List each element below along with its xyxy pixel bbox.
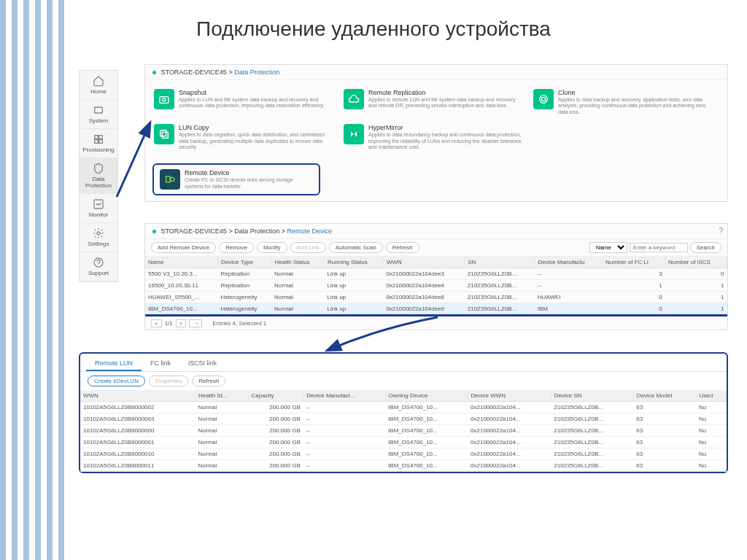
- sidebar-item-provisioning[interactable]: Provisioning: [80, 129, 117, 158]
- svg-point-11: [541, 97, 545, 101]
- card-title: Snapshot: [179, 89, 335, 96]
- table-row[interactable]: 18500_10.20.30.11ReplicationNormalLink u…: [145, 280, 727, 292]
- table-header[interactable]: Number of iSCS: [665, 257, 727, 268]
- sidebar-item-monitor[interactable]: Monitor: [80, 194, 117, 223]
- create-edevlun-button[interactable]: Create eDevLUN: [88, 376, 145, 386]
- pager-go-button[interactable]: →: [189, 319, 202, 327]
- breadcrumb-leaf[interactable]: Remote Device: [287, 228, 332, 235]
- table-header[interactable]: Name: [145, 257, 218, 268]
- remote-device-table: NameDevice TypeHealth StatusRunning Stat…: [145, 257, 727, 316]
- svg-rect-8: [160, 97, 169, 104]
- card-desc: Create FC or iSCSI remote links among st…: [185, 177, 313, 190]
- modify-button[interactable]: Modify: [257, 242, 287, 253]
- svg-rect-12: [160, 131, 166, 136]
- card-snapshot[interactable]: Snapshot Applies to LUN and file system …: [150, 86, 339, 118]
- table-header[interactable]: Device WWN: [468, 390, 551, 402]
- table-cell: Normal: [195, 437, 248, 448]
- breadcrumb-mid[interactable]: Data Protection: [234, 228, 279, 235]
- sidebar-item-support[interactable]: Support: [80, 252, 117, 281]
- pager-prev-button[interactable]: <: [151, 319, 162, 327]
- breadcrumb-root[interactable]: STORAGE-DEVICE45: [161, 228, 227, 235]
- table-row[interactable]: 10102A5G6LLZ0B8000010Normal200.000 GB--I…: [80, 448, 727, 460]
- table-row[interactable]: 10102A5G6LLZ0B8000002Normal200.000 GB--I…: [80, 402, 727, 413]
- table-cell: 63: [633, 402, 696, 413]
- table-cell: 63: [633, 448, 696, 460]
- table-row[interactable]: 10102A5G6LLZ0B8000011Normal200.000 GB--I…: [80, 460, 727, 472]
- table-header[interactable]: Device Manufactu: [535, 257, 603, 268]
- search-button[interactable]: Search: [690, 242, 721, 253]
- table-cell: 3: [603, 268, 665, 280]
- table-row[interactable]: 10102A5G6LLZ0B8000000Normal200.000 GB--I…: [80, 425, 727, 437]
- table-row[interactable]: IBM_DS4700_10...HeterogeneityNormalLink …: [145, 303, 727, 316]
- table-row[interactable]: 10102A5G6LLZ0B8000001Normal200.000 GB--I…: [80, 437, 727, 448]
- help-icon[interactable]: ?: [719, 227, 723, 235]
- tab-fc-link[interactable]: FC link: [142, 357, 179, 371]
- table-cell: IBM_DS4700_10...: [385, 402, 468, 413]
- card-hypermirror[interactable]: HyperMirror Applies to data redundancy b…: [339, 121, 529, 153]
- sidebar-item-data-protection[interactable]: Data Protection: [80, 158, 117, 194]
- sidebar-item-label: Settings: [88, 241, 109, 247]
- feature-cards: Snapshot Applies to LUN and file system …: [145, 80, 727, 159]
- table-cell: Normal: [195, 402, 248, 413]
- table-row[interactable]: HUAWEI_S5500_...HeterogeneityNormalLink …: [145, 292, 727, 303]
- breadcrumb-page[interactable]: Data Protection: [234, 69, 279, 76]
- table-header[interactable]: Capacity: [248, 390, 303, 402]
- table-header[interactable]: Owning Device: [385, 390, 468, 402]
- svg-rect-13: [162, 133, 168, 139]
- card-desc: Applies to data migration, quick data di…: [179, 132, 335, 150]
- table-header[interactable]: Number of FC Li: [603, 257, 665, 268]
- table-header[interactable]: Health Status: [271, 257, 324, 268]
- table-cell: 63: [633, 413, 696, 425]
- table-header[interactable]: Used: [696, 390, 726, 402]
- sidebar-item-settings[interactable]: Settings: [80, 223, 117, 252]
- table-header[interactable]: Device SN: [551, 390, 633, 402]
- tab-iscsi-link[interactable]: iSCSI link: [179, 357, 225, 371]
- filter-by-select[interactable]: Name: [589, 242, 627, 253]
- sidebar-item-system[interactable]: System: [80, 100, 117, 129]
- table-cell: IBM_DS4700_10...: [385, 460, 468, 472]
- table-cell: 1: [665, 303, 727, 316]
- mirror-icon: [344, 124, 364, 144]
- sidebar-item-label: Home: [90, 88, 106, 95]
- automatic-scan-button[interactable]: Automatic Scan: [329, 242, 383, 253]
- refresh-button[interactable]: Refresh: [192, 376, 225, 386]
- table-header[interactable]: WWN: [383, 257, 464, 268]
- table-cell: Replication: [218, 280, 271, 292]
- table-cell: 200.000 GB: [248, 437, 303, 448]
- table-row[interactable]: 10102A5G6LLZ0B8000003Normal200.000 GB--I…: [80, 413, 727, 425]
- card-title: HyperMirror: [368, 124, 525, 131]
- add-link-button[interactable]: Add Link: [290, 242, 326, 253]
- table-row[interactable]: 5500 V3_10.20.3...ReplicationNormalLink …: [145, 268, 727, 280]
- table-cell: HUAWEI: [535, 292, 603, 303]
- table-header[interactable]: Device Type: [218, 257, 271, 268]
- table-header[interactable]: Device Manufact...: [303, 390, 385, 402]
- card-title: Remote Device: [185, 169, 313, 176]
- add-remote-device-button[interactable]: Add Remote Device: [151, 242, 216, 253]
- remove-button[interactable]: Remove: [219, 242, 254, 253]
- tab-remote-lun[interactable]: Remote LUN: [86, 357, 142, 371]
- breadcrumb-root[interactable]: STORAGE-DEVICE45: [161, 69, 227, 76]
- card-remote-device[interactable]: Remote Device Create FC or iSCSI remote …: [152, 163, 320, 195]
- table-cell: 210235G6LLZ0B...: [465, 268, 535, 280]
- card-remote-replication[interactable]: Remote Replication Applies to remote LUN…: [339, 86, 529, 118]
- pager-next-button[interactable]: >: [176, 319, 187, 327]
- table-cell: Normal: [271, 280, 324, 292]
- table-cell: 0x21000022a104...: [468, 425, 551, 437]
- sidebar-item-label: Support: [88, 270, 109, 276]
- remote-device-icon: [160, 169, 180, 190]
- sidebar-item-home[interactable]: Home: [80, 71, 117, 100]
- refresh-button[interactable]: Refresh: [386, 242, 419, 253]
- properties-button[interactable]: Properties: [149, 376, 188, 386]
- table-header[interactable]: Running Status: [325, 257, 384, 268]
- status-dot-icon: [152, 71, 156, 74]
- table-header[interactable]: SN: [465, 257, 535, 268]
- svg-point-10: [540, 96, 548, 104]
- card-lun-copy[interactable]: LUN Copy Applies to data migration, quic…: [150, 121, 339, 153]
- table-cell: Normal: [195, 448, 248, 460]
- table-header[interactable]: Health St...: [195, 390, 248, 402]
- table-header[interactable]: Device Model: [633, 390, 696, 402]
- filter-keyword-input[interactable]: [630, 243, 688, 252]
- table-header[interactable]: WWN: [80, 390, 195, 402]
- card-clone[interactable]: Clone Applies to data backup and recover…: [529, 86, 719, 118]
- table-cell: 0x21000022a104...: [468, 460, 551, 472]
